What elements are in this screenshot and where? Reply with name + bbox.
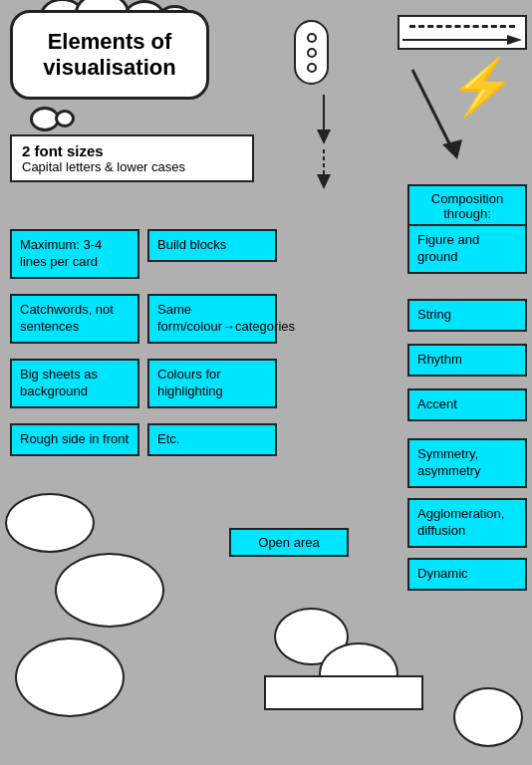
catchwords-box: Catchwords, not sentences (10, 294, 139, 344)
svg-marker-7 (317, 174, 331, 189)
oval-6 (453, 687, 523, 747)
bottom-rectangle (264, 675, 423, 710)
open-area-box: Open area (229, 528, 349, 557)
composition-label: Composition through: (407, 184, 527, 228)
right-arrow-decoration (398, 30, 527, 50)
down-arrow-icon (393, 65, 462, 168)
build-blocks-box: Build blocks (147, 229, 277, 262)
symmetry-box: Symmetry, asymmetry (407, 438, 527, 488)
title-line1: Elements of (43, 29, 175, 55)
oval-3 (15, 638, 125, 717)
big-sheets-box: Big sheets as background (10, 359, 139, 408)
figure-ground-box: Figure and ground (407, 224, 527, 274)
svg-marker-3 (442, 139, 462, 159)
max-lines-box: Maximum: 3-4 lines per card (10, 229, 139, 279)
font-sizes-subtitle: Capital letters & lower cases (22, 159, 242, 174)
accent-box: Accent (407, 388, 527, 421)
top-right-decoration: ⚡ (383, 10, 527, 184)
rhythm-box: Rhythm (407, 344, 527, 377)
colours-box: Colours for highlighting (147, 359, 277, 408)
svg-line-2 (412, 70, 452, 149)
main-title: Elements of visualisation (10, 10, 209, 100)
string-box: String (407, 299, 527, 332)
title-cloud: Elements of visualisation (10, 10, 229, 120)
dynamic-box: Dynamic (407, 558, 527, 591)
title-line2: visualisation (43, 55, 175, 81)
font-sizes-section: 2 font sizes Capital letters & lower cas… (10, 134, 254, 182)
same-form-box: Same form/colour→categories (147, 294, 277, 344)
oval-2 (55, 553, 164, 628)
svg-marker-5 (317, 129, 331, 144)
svg-marker-1 (507, 35, 522, 45)
agglomeration-box: Agglomeration, diffusion (407, 498, 527, 548)
rough-side-box: Rough side in front (10, 423, 139, 456)
font-sizes-title: 2 font sizes (22, 142, 242, 159)
down-arrows-area (309, 90, 339, 189)
capsule-decoration (294, 20, 329, 85)
oval-1 (5, 493, 95, 553)
etc-box: Etc. (147, 423, 277, 456)
